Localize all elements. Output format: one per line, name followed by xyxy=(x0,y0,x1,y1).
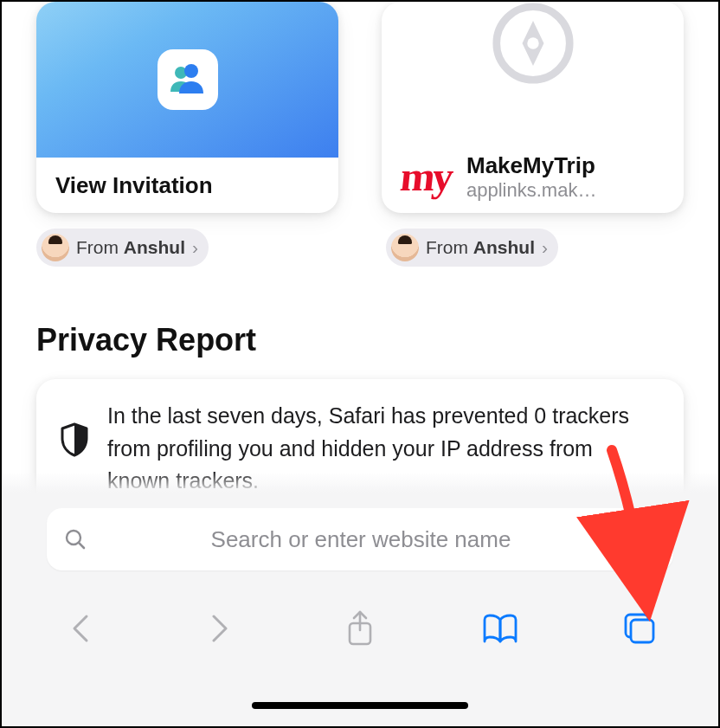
back-button[interactable] xyxy=(42,602,119,654)
bookmarks-button[interactable] xyxy=(461,602,539,654)
group-icon xyxy=(158,49,218,110)
home-indicator[interactable] xyxy=(252,702,468,709)
svg-rect-7 xyxy=(642,528,649,541)
tabs-button[interactable] xyxy=(601,602,678,654)
shield-icon xyxy=(61,422,88,457)
from-label: From Anshul xyxy=(76,237,185,258)
avatar xyxy=(391,234,419,261)
svg-point-4 xyxy=(527,37,538,48)
link-card-subtitle: applinks.mak… xyxy=(466,179,596,202)
from-label: From Anshul xyxy=(426,237,535,258)
svg-line-6 xyxy=(79,543,84,548)
svg-rect-13 xyxy=(631,620,653,642)
invitation-card-label: View Invitation xyxy=(36,158,338,213)
shared-link-card-makemytrip[interactable]: my MakeMyTrip applinks.mak… xyxy=(382,2,684,213)
chevron-right-icon xyxy=(207,611,233,646)
makemytrip-logo: my xyxy=(399,162,453,191)
share-button[interactable] xyxy=(321,602,399,654)
link-card-footer: my MakeMyTrip applinks.mak… xyxy=(382,140,684,213)
bottom-toolbar xyxy=(2,589,718,667)
search-icon xyxy=(64,528,87,551)
avatar xyxy=(42,234,69,261)
privacy-report-heading: Privacy Report xyxy=(36,322,256,358)
chevron-right-icon: › xyxy=(542,237,548,258)
shared-from-pill[interactable]: From Anshul › xyxy=(386,229,558,267)
chevron-right-icon: › xyxy=(192,237,198,258)
shared-cards-row: View Invitation my MakeMyTrip applinks.m… xyxy=(2,2,718,213)
address-bar[interactable]: Search or enter website name xyxy=(47,508,673,570)
svg-point-1 xyxy=(184,64,198,78)
link-card-hero xyxy=(382,2,684,140)
shared-invitation-card[interactable]: View Invitation xyxy=(36,2,338,213)
chevron-left-icon xyxy=(68,611,93,646)
shared-from-pill[interactable]: From Anshul › xyxy=(36,229,209,267)
address-bar-placeholder: Search or enter website name xyxy=(99,526,623,553)
link-card-title: MakeMyTrip xyxy=(466,152,596,179)
share-icon xyxy=(344,609,376,647)
book-icon xyxy=(481,613,519,644)
safari-start-page: View Invitation my MakeMyTrip applinks.m… xyxy=(0,0,720,728)
tabs-icon xyxy=(622,611,657,646)
compass-icon xyxy=(492,2,575,85)
forward-button[interactable] xyxy=(181,602,259,654)
mic-icon[interactable] xyxy=(635,526,656,552)
invitation-card-hero xyxy=(36,2,338,158)
browser-chrome-bottom: Search or enter website name xyxy=(2,493,718,726)
